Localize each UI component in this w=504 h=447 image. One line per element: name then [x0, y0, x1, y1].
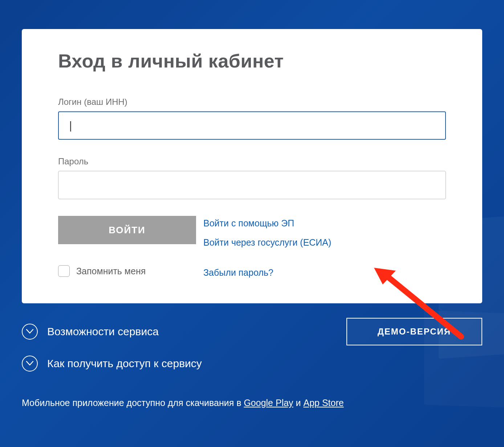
- app-store-link[interactable]: App Store: [303, 398, 344, 408]
- remember-label: Запомнить меня: [76, 266, 146, 276]
- password-field-block: Пароль: [58, 156, 446, 199]
- login-esia-link[interactable]: Войти через госуслуги (ЕСИА): [203, 237, 331, 248]
- login-field-block: Логин (ваш ИНН): [58, 97, 446, 140]
- apps-conj: и: [293, 398, 304, 408]
- demo-button[interactable]: ДЕМО-ВЕРСИЯ: [346, 318, 482, 345]
- login-label: Логин (ваш ИНН): [58, 97, 446, 107]
- login-input[interactable]: [58, 111, 446, 140]
- password-input[interactable]: [58, 171, 446, 199]
- howto-label: Как получить доступ к сервису: [47, 357, 202, 370]
- features-label: Возможности сервиса: [47, 325, 159, 338]
- remember-checkbox[interactable]: [58, 265, 70, 277]
- card-title: Вход в личный кабинет: [58, 51, 446, 71]
- chevron-down-icon: [22, 356, 38, 372]
- howto-toggle[interactable]: Как получить доступ к сервису: [22, 356, 202, 372]
- features-toggle[interactable]: Возможности сервиса: [22, 324, 159, 340]
- chevron-down-icon: [22, 324, 38, 340]
- mobile-apps-line: Мобильное приложение доступно для скачив…: [22, 398, 482, 408]
- login-button[interactable]: ВОЙТИ: [58, 216, 196, 244]
- google-play-link[interactable]: Google Play: [244, 398, 293, 408]
- forgot-password-link[interactable]: Забыли пароль?: [203, 267, 273, 278]
- login-ep-link[interactable]: Войти с помощью ЭП: [203, 218, 331, 229]
- apps-prefix: Мобильное приложение доступно для скачив…: [22, 398, 244, 408]
- login-card: Вход в личный кабинет Логин (ваш ИНН) Па…: [22, 29, 482, 303]
- password-label: Пароль: [58, 156, 446, 167]
